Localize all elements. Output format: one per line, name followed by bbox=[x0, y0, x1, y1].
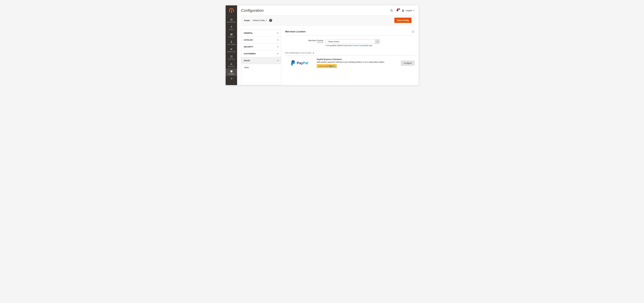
config-nav-catalog[interactable]: CATALOG bbox=[241, 37, 281, 44]
config-nav-label: CATALOG bbox=[244, 39, 253, 41]
select-value: --Please Select-- bbox=[326, 41, 375, 43]
chevron-down-icon bbox=[277, 46, 278, 48]
triangle-up-icon bbox=[313, 53, 314, 53]
username: magebit bbox=[406, 10, 412, 12]
solution-title: PayPal Express Checkout bbox=[317, 58, 398, 60]
field-control: --Please Select-- If not specified, Defa… bbox=[326, 39, 380, 47]
svg-text:$: $ bbox=[230, 25, 232, 28]
sidebar-item-content[interactable]: CONTENT bbox=[226, 54, 237, 61]
page-header: Configuration 39 magebit bbox=[237, 6, 418, 15]
notifications-badge: 39 bbox=[397, 8, 400, 10]
chevron-up-icon bbox=[277, 60, 278, 61]
scope-left: Scope: Default Config ? bbox=[244, 19, 272, 22]
field-merchant-country: Merchant Country [website] --Please Sele… bbox=[285, 39, 414, 47]
page-title: Configuration bbox=[241, 8, 264, 13]
solution-description: Add another payment method to your exist… bbox=[317, 61, 398, 63]
sidebar-item-marketing[interactable]: MARKETING bbox=[226, 46, 237, 54]
help-icon[interactable]: ? bbox=[269, 19, 272, 22]
field-scope: [website] bbox=[285, 42, 323, 43]
save-config-button[interactable]: Save Config bbox=[394, 18, 412, 23]
main-content: Configuration 39 magebit Scope: bbox=[237, 6, 418, 85]
scope-select[interactable]: Default Config bbox=[253, 19, 267, 22]
sidebar-item-customers[interactable]: CUSTOMERS bbox=[226, 39, 237, 46]
search-button[interactable] bbox=[390, 9, 393, 12]
sidebar-item-dashboard[interactable]: DASHBOARD bbox=[226, 17, 237, 24]
config-nav-label: GENERAL bbox=[244, 32, 253, 34]
sidebar-item-label: CONTENT bbox=[228, 59, 235, 60]
megaphone-icon bbox=[230, 48, 233, 51]
config-panel: Merchant Location Merchant Country [webs… bbox=[285, 30, 414, 85]
gear-icon bbox=[230, 77, 233, 80]
sidebar-item-catalog[interactable]: CATALOG bbox=[226, 32, 237, 39]
sidebar-item-system[interactable] bbox=[226, 76, 237, 81]
sidebar-item-label: REPORTS bbox=[228, 66, 235, 67]
box-icon bbox=[230, 33, 233, 36]
sidebar-item-label: CATALOG bbox=[228, 36, 234, 38]
sidebar-item-label: MARKETING bbox=[227, 51, 236, 53]
caret-down-icon bbox=[413, 10, 414, 11]
chevron-down-icon bbox=[277, 39, 278, 41]
gauge-icon bbox=[230, 18, 233, 21]
sidebar-item-sales[interactable]: $ SALES bbox=[226, 24, 237, 32]
store-icon bbox=[230, 70, 233, 73]
dollar-icon: $ bbox=[230, 25, 233, 28]
config-nav-sub-sales[interactable]: Sales bbox=[241, 64, 281, 71]
section-header-merchant-location[interactable]: Merchant Location bbox=[285, 30, 414, 36]
sidebar-item-label: STORES bbox=[228, 73, 234, 75]
config-nav: GENERAL CATALOG SECURITY CUSTOMERS SALES bbox=[241, 30, 281, 85]
scope-bar: Scope: Default Config ? Save Config bbox=[241, 15, 414, 26]
magento-logo[interactable] bbox=[229, 8, 234, 14]
notifications-button[interactable]: 39 bbox=[396, 9, 399, 12]
bars-icon bbox=[230, 63, 233, 65]
solution-body: PayPal Express Checkout Add another paym… bbox=[317, 58, 398, 68]
section-title: Merchant Location bbox=[285, 30, 306, 33]
field-label: Merchant Country bbox=[285, 39, 323, 42]
config-nav-label: CUSTOMERS bbox=[244, 53, 256, 55]
user-menu[interactable]: magebit bbox=[402, 9, 414, 12]
scope-label: Scope: bbox=[244, 19, 250, 22]
sidebar-item-reports[interactable]: REPORTS bbox=[226, 61, 237, 69]
user-icon bbox=[402, 9, 404, 12]
config-nav-security[interactable]: SECURITY bbox=[241, 44, 281, 50]
recommended-solutions-header[interactable]: RECOMMENDED SOLUTIONS: bbox=[285, 49, 414, 56]
recommended-heading-text: RECOMMENDED SOLUTIONS: bbox=[285, 52, 312, 54]
config-nav-label: SECURITY bbox=[244, 46, 253, 48]
chevron-down-icon bbox=[277, 53, 278, 55]
general-config-link[interactable]: General Config bbox=[352, 45, 363, 47]
config-nav-customers[interactable]: CUSTOMERS bbox=[241, 50, 281, 57]
layout-icon bbox=[230, 55, 233, 58]
collapse-icon[interactable] bbox=[412, 31, 414, 33]
select-arrow-icon bbox=[375, 40, 380, 44]
field-label-column: Merchant Country [website] bbox=[285, 39, 326, 43]
person-icon bbox=[230, 40, 233, 43]
config-nav-general[interactable]: GENERAL bbox=[241, 30, 281, 37]
sidebar-item-label: SALES bbox=[229, 29, 234, 30]
sidebar-item-label: CUSTOMERS bbox=[227, 44, 236, 45]
admin-sidebar: DASHBOARD $ SALES CATALOG CUSTOMERS MARK… bbox=[226, 6, 237, 85]
app-container: DASHBOARD $ SALES CATALOG CUSTOMERS MARK… bbox=[226, 6, 418, 85]
sidebar-item-label: DASHBOARD bbox=[227, 22, 236, 23]
chevron-down-icon bbox=[277, 32, 278, 34]
header-actions: 39 magebit bbox=[390, 9, 414, 12]
sidebar-divider bbox=[228, 15, 235, 16]
caret-down-icon bbox=[266, 20, 267, 21]
config-content: GENERAL CATALOG SECURITY CUSTOMERS SALES bbox=[237, 26, 418, 85]
field-note: If not specified, Default Country from G… bbox=[326, 45, 380, 47]
search-icon bbox=[390, 9, 393, 12]
solution-paypal-express: PayPal PayPal Express Checkout Add anoth… bbox=[285, 58, 414, 68]
scope-value: Default Config bbox=[253, 19, 265, 22]
merchant-country-select[interactable]: --Please Select-- bbox=[326, 39, 380, 44]
paypal-checkout-badge: Check out with PayPal bbox=[317, 64, 337, 68]
config-nav-label: SALES bbox=[244, 60, 250, 62]
sidebar-item-stores[interactable]: STORES bbox=[226, 69, 237, 76]
config-nav-sales[interactable]: SALES bbox=[241, 57, 281, 64]
paypal-logo: PayPal bbox=[285, 60, 314, 66]
paypal-p-icon bbox=[290, 60, 296, 66]
configure-paypal-button[interactable]: Configure bbox=[401, 61, 414, 66]
